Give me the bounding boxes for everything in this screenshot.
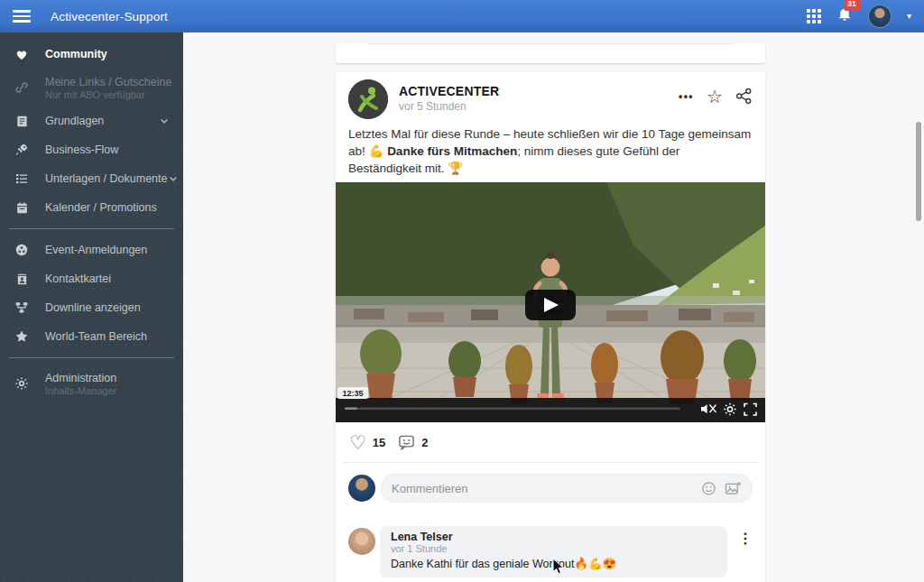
sidebar-item-label: Meine Links / Gutscheine (45, 76, 171, 88)
comment-composer (336, 463, 765, 503)
event-circle-icon (14, 243, 30, 257)
calendar-icon (14, 201, 30, 215)
sidebar-item-unterlagen[interactable]: Unterlagen / Dokumente (0, 164, 183, 193)
page-scrollbar[interactable] (916, 122, 921, 221)
contact-card-icon (14, 273, 30, 286)
share-icon[interactable] (735, 88, 753, 105)
video-duration: 12:35 (342, 389, 363, 398)
sidebar-item-label: Business-Flow (45, 143, 118, 156)
list-icon (14, 171, 30, 186)
comment-bubble: Lena Telser vor 1 Stunde Danke Kathi für… (380, 526, 727, 577)
like-button[interactable]: ♡ 15 (349, 436, 385, 451)
notifications-button[interactable]: 31 (836, 6, 853, 26)
menu-icon[interactable] (13, 10, 31, 22)
post-card: ACTIVECENTER vor 5 Stunden ••• ☆ Letztes… (336, 72, 765, 582)
gear-icon (14, 376, 30, 391)
sidebar-item-kontaktkartei[interactable]: Kontaktkartei (0, 264, 183, 293)
sidebar-item-label: Administration (45, 372, 117, 384)
commenter-name: Lena Telser (391, 531, 716, 543)
sidebar-item-label: Kalender / Promotions (45, 201, 157, 214)
sidebar-item-label: Kontaktkartei (45, 273, 111, 285)
article-icon (14, 115, 30, 128)
add-image-icon[interactable] (725, 481, 742, 496)
comment-input-pill (381, 474, 753, 503)
sidebar-item-kalender[interactable]: Kalender / Promotions (0, 193, 183, 222)
post-text: Letztes Mal für diese Runde – heute schl… (348, 125, 753, 177)
comment-menu-icon[interactable]: ⋮ (738, 533, 753, 545)
video-thumbnail: 12:35 (336, 182, 765, 422)
sidebar-item-business-flow[interactable]: Business-Flow (0, 135, 183, 164)
like-count: 15 (373, 436, 385, 449)
rocket-icon (14, 143, 30, 157)
org-chart-icon (14, 300, 30, 315)
comment-button[interactable]: 2 (398, 434, 428, 451)
sidebar-item-label: Downline anzeigen (45, 301, 141, 314)
activecenter-logo (348, 79, 388, 119)
user-avatar[interactable] (868, 5, 892, 28)
comment-item: Lena Telser vor 1 Stunde Danke Kathi für… (336, 526, 765, 582)
play-button (525, 290, 576, 320)
chevron-down-icon[interactable]: ▾ (907, 12, 911, 21)
sidebar-item-downline[interactable]: Downline anzeigen (0, 293, 183, 322)
app-title: Activecenter-Support (51, 10, 168, 23)
divider (368, 43, 733, 44)
sidebar-item-label: World-Team Bereich (45, 330, 147, 343)
comment-text: Danke Kathi für das geniale Workout🔥💪😍 (391, 557, 716, 571)
commenter-avatar[interactable] (348, 528, 375, 555)
feed: ACTIVECENTER vor 5 Stunden ••• ☆ Letztes… (336, 32, 765, 582)
link-icon (14, 80, 30, 95)
heart-icon (14, 47, 30, 61)
comment-input[interactable] (392, 482, 701, 495)
sidebar-item-label: Unterlagen / Dokumente (45, 172, 168, 185)
sidebar-divider (9, 357, 174, 358)
heart-outline-icon: ♡ (349, 436, 366, 451)
notification-badge: 31 (844, 0, 860, 11)
sidebar-item-world-team[interactable]: World-Team Bereich (0, 322, 183, 351)
sidebar-item-community[interactable]: Community (0, 40, 183, 69)
sidebar-item-administration[interactable]: Administration Inhalts-Manager (0, 365, 183, 402)
comment-bubble-icon (398, 434, 415, 451)
sidebar: Community Meine Links / Gutscheine Nur m… (0, 32, 183, 582)
topbar: Activecenter-Support 31 ▾ (0, 0, 924, 32)
post-timestamp: vor 5 Stunden (399, 100, 679, 113)
current-user-avatar[interactable] (348, 475, 375, 502)
sidebar-item-grundlagen[interactable]: Grundlagen (0, 106, 183, 135)
author-avatar[interactable] (348, 79, 388, 119)
video-player[interactable]: 12:35 (336, 182, 765, 422)
apps-grid-icon[interactable] (807, 9, 821, 23)
sidebar-item-label: Community (45, 48, 107, 60)
post-author: ACTIVECENTER (399, 84, 679, 98)
post-text-bold: Danke fürs Mitmachen (387, 144, 517, 158)
post-menu-icon[interactable]: ••• (679, 90, 694, 103)
comment-timestamp: vor 1 Stunde (391, 543, 716, 555)
sidebar-item-meine-links[interactable]: Meine Links / Gutscheine Nur mit ABO ver… (0, 69, 183, 106)
post-reactions: ♡ 15 2 (336, 422, 765, 462)
previous-post-card (336, 43, 765, 63)
post-header: ACTIVECENTER vor 5 Stunden ••• ☆ (336, 72, 765, 119)
sidebar-item-sublabel: Nur mit ABO verfügbar (45, 89, 171, 100)
main-content: ACTIVECENTER vor 5 Stunden ••• ☆ Letztes… (183, 32, 924, 582)
chevron-down-icon[interactable] (168, 173, 179, 184)
sidebar-divider (9, 228, 174, 229)
sidebar-item-sublabel: Inhalts-Manager (45, 385, 117, 396)
favorite-star-icon[interactable]: ☆ (707, 88, 723, 105)
sidebar-item-event-anmeldungen[interactable]: Event-Anmeldungen (0, 236, 183, 264)
sidebar-item-label: Grundlagen (45, 115, 104, 127)
star-icon (14, 329, 30, 344)
chevron-down-icon[interactable] (159, 115, 170, 126)
emoji-icon[interactable] (701, 481, 716, 496)
comment-count: 2 (421, 436, 428, 449)
sidebar-item-label: Event-Anmeldungen (45, 244, 147, 256)
